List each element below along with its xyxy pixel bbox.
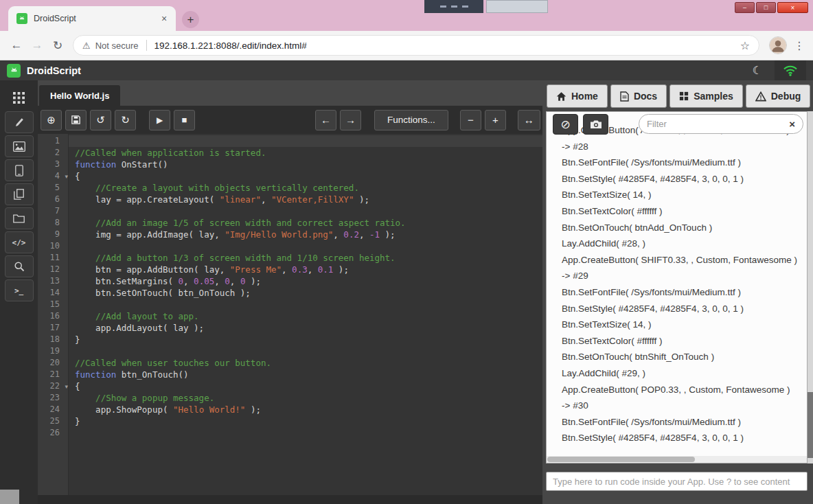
zoom-out-button[interactable]: − bbox=[460, 110, 481, 130]
fold-marker-icon[interactable]: ▾ bbox=[65, 381, 68, 393]
code-line[interactable]: 10 bbox=[38, 240, 542, 252]
new-tab-button[interactable]: + bbox=[182, 11, 199, 28]
line-number: 19 bbox=[38, 345, 69, 357]
add-target-button[interactable]: ⊕ bbox=[41, 110, 62, 130]
filter-clear-icon[interactable]: × bbox=[789, 118, 795, 130]
console-horizontal-scrollbar[interactable] bbox=[547, 456, 807, 463]
code-line[interactable]: 15 bbox=[38, 299, 542, 310]
debug-log: App.CreateButton( ADD0.33, , Custom, Fon… bbox=[547, 112, 807, 446]
code-line[interactable]: 13 btn.SetMargins( 0, 0.05, 0, 0 ); bbox=[38, 275, 542, 287]
wifi-button[interactable] bbox=[775, 60, 806, 80]
url-text[interactable]: 192.168.1.221:8088/.edit/index.html# bbox=[154, 41, 740, 51]
browser-toolbar: ← → ↻ ⚠ Not secure 192.168.1.221:8088/.e… bbox=[0, 31, 813, 60]
word-wrap-button[interactable]: ↔ bbox=[518, 110, 540, 130]
code-line[interactable]: 1 bbox=[38, 135, 542, 147]
stop-button[interactable]: ■ bbox=[174, 110, 195, 130]
browser-tab[interactable]: DroidScript × bbox=[8, 6, 176, 31]
line-number: 3 bbox=[38, 159, 69, 170]
minimize-button[interactable]: – bbox=[735, 2, 755, 13]
code-editor[interactable]: 12//Called when application is started.3… bbox=[38, 134, 542, 504]
code-line[interactable]: 9 img = app.AddImage( lay, "Img/Hello Wo… bbox=[38, 229, 542, 240]
code-line[interactable]: 7 bbox=[38, 205, 542, 217]
code-line[interactable]: 12 btn = app.AddButton( lay, "Press Me",… bbox=[38, 264, 542, 275]
docs-icon bbox=[620, 91, 629, 102]
code-line[interactable]: 21function btn_OnTouch() bbox=[38, 369, 542, 380]
code-line[interactable]: 8 //Add an image 1/5 of screen width and… bbox=[38, 217, 542, 229]
address-bar[interactable]: ⚠ Not secure 192.168.1.221:8088/.edit/in… bbox=[73, 35, 759, 56]
editor-horizontal-scrollbar[interactable] bbox=[38, 495, 542, 504]
code-line[interactable]: 22▾{ bbox=[38, 380, 542, 392]
code-line[interactable]: 4▾{ bbox=[38, 170, 542, 182]
tab-home[interactable]: Home bbox=[547, 84, 608, 108]
images-icon[interactable] bbox=[5, 135, 34, 157]
save-button[interactable] bbox=[65, 110, 87, 130]
not-secure-warning-icon: ⚠ bbox=[82, 41, 91, 51]
code-line[interactable]: 3function OnStart() bbox=[38, 159, 542, 170]
screenshot-button[interactable] bbox=[583, 114, 608, 135]
line-number: 10 bbox=[38, 240, 69, 252]
console-vertical-scrollbar-thumb[interactable] bbox=[808, 392, 813, 458]
avatar[interactable] bbox=[769, 36, 787, 54]
run-code-input[interactable] bbox=[546, 472, 808, 491]
tab-close-icon[interactable]: × bbox=[158, 12, 170, 25]
code-icon[interactable]: </> bbox=[5, 231, 34, 253]
tab-debug[interactable]: Debug bbox=[746, 84, 811, 108]
forward-icon[interactable]: → bbox=[27, 35, 47, 56]
editor-tab-hello-world[interactable]: Hello World.js bbox=[39, 85, 120, 106]
tab-samples[interactable]: Samples bbox=[669, 84, 743, 108]
panel-nav: Home Docs Samples Debug bbox=[542, 80, 813, 111]
fold-marker-icon[interactable]: ▾ bbox=[65, 171, 68, 183]
code-line[interactable]: 18} bbox=[38, 334, 542, 345]
code-line[interactable]: 26 bbox=[38, 427, 542, 439]
code-line[interactable]: 5 //Create a layout with objects vertica… bbox=[38, 182, 542, 194]
code-line[interactable]: 24 app.ShowPopup( "Hello World!" ); bbox=[38, 404, 542, 415]
plugins-folder-icon[interactable] bbox=[5, 207, 34, 229]
app-header: DroidScript ☾ bbox=[0, 60, 813, 80]
code-line[interactable]: 19 bbox=[38, 345, 542, 357]
search-icon[interactable] bbox=[5, 255, 34, 277]
filter-input[interactable] bbox=[647, 119, 789, 129]
console-vertical-scrollbar[interactable] bbox=[808, 111, 813, 463]
run-button[interactable]: ▶ bbox=[149, 110, 170, 130]
edit-pencil-icon[interactable] bbox=[5, 111, 34, 133]
navigate-back-button[interactable]: ← bbox=[315, 110, 336, 130]
tab-docs[interactable]: Docs bbox=[610, 84, 667, 108]
debug-console: ⊘ × App.CreateButton( ADD0.33, , Custom,… bbox=[546, 111, 808, 463]
close-button[interactable]: × bbox=[777, 2, 808, 13]
wifi-icon bbox=[783, 65, 798, 76]
right-panel: Home Docs Samples Debug ⊘ bbox=[542, 80, 813, 504]
debug-log-line: Lay.AddChild( #28, ) bbox=[562, 236, 807, 252]
apps-grid-icon[interactable] bbox=[5, 87, 34, 108]
line-number: 12 bbox=[38, 264, 69, 275]
navigate-forward-button[interactable]: → bbox=[340, 110, 361, 130]
back-icon[interactable]: ← bbox=[6, 35, 27, 56]
clear-log-button[interactable]: ⊘ bbox=[553, 114, 578, 135]
code-line[interactable]: 23 //Show a popup message. bbox=[38, 392, 542, 404]
undo-button[interactable]: ↺ bbox=[90, 110, 111, 130]
terminal-icon[interactable]: >_ bbox=[5, 279, 34, 301]
code-line[interactable]: 25} bbox=[38, 415, 542, 427]
debug-log-line: -> #30 bbox=[562, 398, 807, 414]
line-number: 6 bbox=[38, 194, 69, 205]
code-line[interactable]: 17 app.AddLayout( lay ); bbox=[38, 322, 542, 334]
maximize-button[interactable]: □ bbox=[756, 2, 776, 13]
functions-dropdown[interactable]: Functions... bbox=[374, 110, 448, 130]
debug-log-line: Btn.SetStyle( #4285F4, #4285F4, 3, 0, 0,… bbox=[562, 430, 807, 446]
code-line[interactable]: 16 //Add layout to app. bbox=[38, 310, 542, 322]
debug-log-line: Lay.AddChild( #29, ) bbox=[562, 365, 807, 382]
zoom-in-button[interactable]: + bbox=[485, 110, 506, 130]
code-line[interactable]: 2//Called when application is started. bbox=[38, 147, 542, 159]
window-controls: – □ × bbox=[735, 2, 808, 13]
code-line[interactable]: 14 btn.SetOnTouch( btn_OnTouch ); bbox=[38, 287, 542, 299]
device-phone-icon[interactable] bbox=[5, 159, 34, 181]
bookmark-star-icon[interactable]: ☆ bbox=[740, 39, 750, 52]
dark-mode-icon[interactable]: ☾ bbox=[753, 64, 762, 77]
console-horizontal-scrollbar-thumb[interactable] bbox=[547, 457, 695, 462]
reload-icon[interactable]: ↻ bbox=[47, 35, 68, 56]
pages-copy-icon[interactable] bbox=[5, 183, 34, 205]
code-line[interactable]: 11 //Add a button 1/3 of screen width an… bbox=[38, 252, 542, 264]
code-line[interactable]: 20//Called when user touches our button. bbox=[38, 357, 542, 369]
redo-button[interactable]: ↻ bbox=[115, 110, 136, 130]
code-line[interactable]: 6 lay = app.CreateLayout( "linear", "VCe… bbox=[38, 194, 542, 205]
browser-menu-icon[interactable]: ⋮ bbox=[792, 39, 807, 52]
